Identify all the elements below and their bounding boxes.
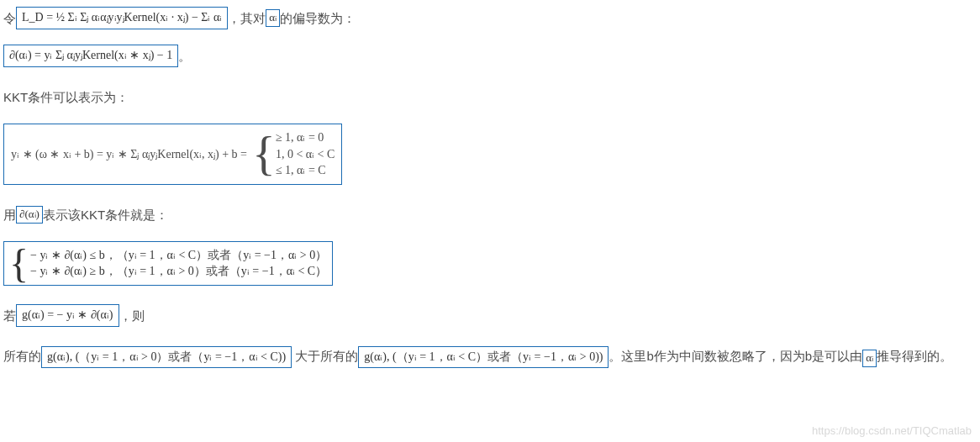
line-kkt-intro: KKT条件可以表示为：: [3, 86, 977, 108]
text-let: 令: [3, 7, 16, 29]
kkt2-r1c: （yᵢ = −1，αᵢ > 0）: [231, 249, 327, 261]
text-then: ，则: [119, 304, 145, 327]
formula-g-set-1: g(αᵢ), (（yᵢ = 1，αᵢ > 0）或者（yᵢ = −1，αᵢ < C…: [41, 346, 292, 368]
line-kkt-rewrite: { − yᵢ ∗ ∂(αᵢ) ≤ b，（yᵢ = 1，αᵢ < C）或者（yᵢ …: [3, 241, 977, 286]
kkt-cases: ≥ 1, αᵢ = 0 1, 0 < αᵢ < C ≤ 1, αᵢ = C: [276, 129, 335, 179]
formula-ld: L_D = ½ Σᵢ Σⱼ αᵢαⱼyᵢyⱼKernel(xᵢ · xⱼ) − …: [16, 7, 228, 29]
formula-g-set-2: g(αᵢ), (（yᵢ = 1，αᵢ < C）或者（yᵢ = −1，αᵢ > 0…: [358, 346, 609, 368]
text-kkt-intro: KKT条件可以表示为：: [3, 86, 129, 108]
line-partial-eq: ∂(αᵢ) = yᵢ Σⱼ αⱼyⱼKernel(xᵢ ∗ xⱼ) − 1 。: [3, 45, 977, 67]
line-define-g: 若 g(αᵢ) = − yᵢ ∗ ∂(αᵢ) ，则: [3, 304, 977, 327]
text-greater-than-all: 大于所有的: [292, 349, 358, 363]
watermark-url: https://blog.csdn.net/TIQCmatlab: [812, 424, 972, 437]
line-use-partial: 用 ∂(αᵢ) 表示该KKT条件就是：: [3, 203, 977, 226]
var-alpha-i-final: αᵢ: [862, 350, 877, 367]
text-derivative-is: 的偏导数为：: [280, 7, 356, 29]
text-its-partial: ，其对: [228, 7, 266, 29]
g2a: g(αᵢ), (（yᵢ = 1，αᵢ < C）: [364, 350, 487, 363]
line-kkt-formula: yᵢ ∗ (ω ∗ xᵢ + b) = yᵢ ∗ Σⱼ αⱼyⱼKernel(x…: [3, 124, 977, 185]
kkt2-row1: − yᵢ ∗ ∂(αᵢ) ≤ b，（yᵢ = 1，αᵢ < C）或者（yᵢ = …: [30, 247, 327, 264]
kkt-case-1: ≥ 1, αᵢ = 0: [276, 129, 335, 146]
kkt2-r1b-or: 或者: [208, 249, 231, 261]
g1a: g(αᵢ), (（yᵢ = 1，αᵢ > 0）: [47, 350, 168, 363]
formula-partial-alpha: ∂(αᵢ) = yᵢ Σⱼ αⱼyⱼKernel(xᵢ ∗ xⱼ) − 1: [3, 45, 178, 66]
kkt2-r2b-or: 或者: [206, 265, 229, 277]
var-alpha-i: αᵢ: [266, 9, 280, 27]
kkt-lhs: yᵢ ∗ (ω ∗ xᵢ + b) = yᵢ ∗ Σⱼ αⱼyⱼKernel(x…: [11, 144, 247, 165]
line-ld-definition: 令 L_D = ½ Σᵢ Σⱼ αᵢαⱼyᵢyⱼKernel(xᵢ · xⱼ) …: [3, 7, 977, 29]
kkt2-r2c: （yᵢ = −1，αᵢ < C）: [229, 265, 327, 277]
g1c: （yᵢ = −1，αᵢ < C)): [192, 350, 286, 363]
brace-icon: {: [252, 134, 276, 173]
formula-kkt-main: yᵢ ∗ (ω ∗ xᵢ + b) = yᵢ ∗ Σⱼ αⱼyⱼKernel(x…: [3, 124, 342, 185]
kkt2-row2: − yᵢ ∗ ∂(αᵢ) ≥ b，（yᵢ = 1，αᵢ > 0）或者（yᵢ = …: [30, 263, 327, 280]
g2c: （yᵢ = −1，αᵢ > 0)): [511, 350, 603, 363]
formula-kkt-rewrite: { − yᵢ ∗ ∂(αᵢ) ≤ b，（yᵢ = 1，αᵢ < C）或者（yᵢ …: [3, 241, 333, 286]
formula-partial-small: ∂(αᵢ): [16, 206, 43, 224]
g2b-or: 或者: [487, 350, 511, 363]
text-period: 。: [178, 45, 191, 67]
text-if: 若: [3, 304, 16, 327]
text-derived: 推导得到的。: [877, 349, 952, 363]
formula-g-def: g(αᵢ) = − yᵢ ∗ ∂(αᵢ): [16, 304, 119, 326]
text-use: 用: [3, 203, 16, 226]
text-express-kkt: 表示该KKT条件就是：: [43, 203, 168, 226]
brace-icon: {: [9, 245, 29, 282]
line-final-statement: 所有的g(αᵢ), (（yᵢ = 1，αᵢ > 0）或者（yᵢ = −1，αᵢ …: [3, 342, 977, 371]
g1b-or: 或者: [168, 350, 192, 363]
kkt-case-2: 1, 0 < αᵢ < C: [276, 146, 335, 163]
text-all-1: 所有的: [3, 349, 41, 363]
kkt-case-3: ≤ 1, αᵢ = C: [276, 162, 335, 179]
text-b-ignored: 。这里b作为中间数被忽略了，因为b是可以由: [609, 349, 862, 363]
kkt2-r2a: − yᵢ ∗ ∂(αᵢ) ≥ b，（yᵢ = 1，αᵢ > 0）: [30, 265, 206, 277]
kkt2-r1a: − yᵢ ∗ ∂(αᵢ) ≤ b，（yᵢ = 1，αᵢ < C）: [30, 249, 208, 261]
